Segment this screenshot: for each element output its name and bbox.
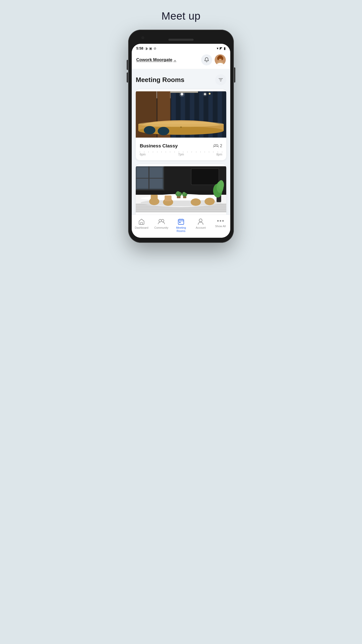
timeline-labels-1: 6pm 7pm 8pm: [140, 153, 222, 156]
nav-community[interactable]: Community: [151, 218, 171, 229]
room-capacity-1: 2: [213, 144, 222, 148]
svg-point-64: [205, 198, 215, 205]
room-image-2: [136, 164, 226, 215]
phone-top: [132, 35, 230, 44]
dots-icon: [217, 218, 224, 223]
nav-show-all-label: Show All: [215, 225, 226, 228]
dnd-icon: ⊘: [154, 47, 156, 50]
page-title: Meet up: [161, 10, 200, 22]
person-icon: [198, 218, 204, 225]
screen: 5:58 ◑ ▣ ⊘ ▾ ◤ ▮ Cowork Moorgate ⌄: [132, 44, 230, 238]
conference-room-bright-svg: [136, 164, 226, 215]
volume-up-button: [127, 60, 128, 70]
room-image-1: [136, 89, 226, 140]
people-icon: [158, 218, 165, 225]
svg-rect-81: [179, 222, 180, 223]
timeline-end-1: 8pm: [216, 153, 222, 156]
home-icon: [138, 218, 145, 225]
volume-down-button: [127, 72, 128, 83]
nav-account[interactable]: Account: [191, 218, 210, 229]
timeline-start-1: 6pm: [140, 153, 146, 156]
svg-point-83: [217, 220, 219, 222]
svg-point-84: [220, 220, 221, 222]
svg-point-30: [209, 93, 210, 95]
content-area: Meeting Rooms: [132, 69, 230, 215]
svg-point-35: [144, 126, 155, 134]
signal-icon: ◤: [220, 46, 222, 50]
globe-icon: ◑: [145, 47, 148, 50]
section-title: Meeting Rooms: [136, 76, 185, 84]
svg-rect-65: [151, 195, 158, 200]
svg-point-29: [203, 92, 207, 96]
sdcard-icon: ▣: [149, 47, 152, 50]
room-card-2[interactable]: [136, 164, 226, 215]
svg-point-69: [176, 191, 180, 194]
conference-room-dark-svg: [136, 89, 226, 140]
svg-point-72: [183, 192, 186, 195]
app-header: Cowork Moorgate ⌄: [132, 52, 230, 69]
svg-rect-49: [191, 169, 219, 185]
calendar-icon: [178, 218, 184, 225]
timeline-mid-1: 7pm: [178, 153, 184, 156]
svg-point-5: [221, 57, 223, 60]
svg-point-34: [138, 122, 224, 127]
timeline-1: 6pm 7pm 8pm: [140, 151, 222, 156]
svg-rect-47: [136, 178, 163, 179]
section-header: Meeting Rooms: [136, 74, 226, 85]
phone-shell: 5:58 ◑ ▣ ⊘ ▾ ◤ ▮ Cowork Moorgate ⌄: [128, 30, 234, 243]
svg-rect-80: [178, 219, 184, 224]
svg-point-36: [158, 127, 169, 135]
svg-point-37: [180, 127, 182, 128]
room-card-1[interactable]: Business Classy 2: [136, 89, 226, 160]
svg-point-63: [191, 198, 201, 206]
svg-point-82: [199, 219, 202, 222]
filter-icon: [218, 77, 223, 82]
nav-show-all[interactable]: Show All: [211, 218, 230, 228]
bottom-nav: Dashboard Community MeetingRooms: [132, 215, 230, 238]
status-right: ▾ ◤ ▮: [217, 46, 226, 50]
nav-account-label: Account: [196, 226, 206, 229]
workspace-selector[interactable]: Cowork Moorgate ⌄: [136, 57, 176, 62]
workspace-name: Cowork Moorgate: [136, 57, 172, 62]
room-name-row-1: Business Classy 2: [140, 143, 222, 149]
header-actions: [201, 54, 226, 65]
nav-dashboard-label: Dashboard: [135, 226, 148, 229]
svg-point-85: [222, 220, 224, 222]
notification-button[interactable]: [201, 54, 212, 65]
status-time: 5:58: [136, 46, 143, 50]
room-info-1: Business Classy 2: [136, 140, 226, 160]
user-avatar: [215, 54, 226, 65]
speaker: [168, 39, 194, 41]
wifi-icon: ▾: [217, 46, 218, 50]
bell-icon: [204, 57, 209, 63]
power-button: [234, 67, 235, 83]
svg-point-79: [161, 219, 164, 222]
capacity-count-1: 2: [220, 144, 222, 148]
battery-icon: ▮: [224, 46, 226, 50]
filter-button[interactable]: [215, 74, 226, 85]
svg-rect-55: [136, 209, 226, 210]
nav-meeting-rooms-label: MeetingRooms: [176, 226, 186, 233]
nav-dashboard[interactable]: Dashboard: [132, 218, 151, 229]
svg-rect-56: [136, 211, 226, 212]
avatar-button[interactable]: [215, 54, 226, 65]
camera: [141, 36, 144, 39]
svg-rect-77: [141, 222, 143, 224]
svg-point-76: [218, 180, 224, 189]
nav-meeting-rooms[interactable]: MeetingRooms: [171, 218, 191, 233]
status-left: 5:58 ◑ ▣ ⊘: [136, 46, 156, 50]
svg-rect-66: [165, 195, 172, 201]
svg-point-78: [159, 219, 161, 222]
capacity-icon-1: [213, 144, 219, 148]
room-name-1: Business Classy: [140, 143, 178, 149]
svg-point-4: [217, 57, 219, 60]
chevron-down-icon: ⌄: [173, 58, 176, 62]
status-bar: 5:58 ◑ ▣ ⊘ ▾ ◤ ▮: [132, 44, 230, 52]
svg-rect-38: [170, 91, 198, 93]
nav-community-label: Community: [154, 226, 168, 229]
